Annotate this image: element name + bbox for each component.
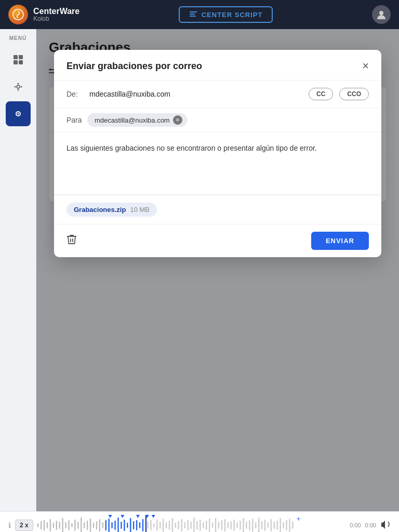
svg-rect-97 xyxy=(270,519,271,531)
remove-recipient-button[interactable]: × xyxy=(173,115,182,125)
svg-marker-106 xyxy=(121,515,124,518)
svg-rect-89 xyxy=(246,522,247,529)
svg-rect-73 xyxy=(196,521,197,529)
svg-rect-61 xyxy=(159,522,161,529)
svg-rect-86 xyxy=(236,523,237,528)
to-label: Para xyxy=(66,116,83,124)
waveform: + xyxy=(37,515,345,532)
svg-rect-44 xyxy=(108,518,109,532)
svg-rect-100 xyxy=(280,518,281,532)
modal-title: Enviar grabaciones por correo xyxy=(66,61,202,72)
svg-rect-29 xyxy=(62,518,63,532)
svg-rect-84 xyxy=(230,521,231,529)
sidebar-item-dashboard[interactable] xyxy=(6,47,31,72)
user-avatar[interactable] xyxy=(372,5,391,24)
logo-icon xyxy=(8,5,28,24)
sidebar: MENÚ xyxy=(0,29,36,511)
modal-header: Enviar grabaciones por correo × xyxy=(54,50,381,81)
logo-text: CenterWare Kolob xyxy=(33,7,79,23)
logo: CenterWare Kolob xyxy=(8,5,79,24)
svg-rect-68 xyxy=(181,519,182,531)
svg-rect-33 xyxy=(74,520,75,531)
modal-message[interactable]: Las siguientes grabaciones no se encontr… xyxy=(54,132,381,195)
svg-rect-98 xyxy=(273,522,274,529)
time-end: 0:00 xyxy=(365,522,376,528)
svg-rect-52 xyxy=(133,521,134,529)
svg-rect-28 xyxy=(59,522,60,529)
svg-rect-102 xyxy=(286,520,287,530)
logo-sub: Kolob xyxy=(33,16,79,22)
svg-rect-67 xyxy=(178,521,179,529)
svg-rect-1 xyxy=(190,11,197,12)
svg-rect-6 xyxy=(19,55,23,59)
attachment-name: Grabaciones.zip xyxy=(74,206,126,214)
svg-rect-35 xyxy=(81,517,82,532)
svg-rect-94 xyxy=(261,521,262,529)
svg-rect-26 xyxy=(52,523,54,528)
svg-rect-36 xyxy=(84,522,85,528)
player-speed[interactable]: 2 x xyxy=(15,520,33,531)
svg-rect-5 xyxy=(14,55,18,59)
waveform-row: ℹ 2 x xyxy=(8,515,391,532)
svg-marker-109 xyxy=(151,515,155,518)
svg-rect-59 xyxy=(153,523,154,527)
svg-rect-66 xyxy=(175,523,176,528)
svg-point-11 xyxy=(17,89,19,91)
svg-text:+: + xyxy=(296,515,301,523)
close-button[interactable]: × xyxy=(362,60,369,72)
svg-rect-63 xyxy=(166,522,167,528)
time-start: 0:00 xyxy=(350,522,361,528)
svg-rect-96 xyxy=(267,523,268,528)
svg-rect-47 xyxy=(117,517,118,532)
svg-rect-103 xyxy=(289,518,290,532)
top-navigation: CenterWare Kolob CENTER SCRIPT xyxy=(0,0,399,29)
svg-rect-42 xyxy=(102,522,103,528)
recipient-email: mdecastilla@nuxiba.com xyxy=(95,116,170,124)
sidebar-item-recordings[interactable] xyxy=(6,101,31,126)
cco-button[interactable]: CCO xyxy=(339,88,369,100)
svg-rect-40 xyxy=(96,521,97,529)
svg-rect-71 xyxy=(190,522,191,529)
send-email-modal: Enviar grabaciones por correo × De: mdec… xyxy=(54,50,381,257)
svg-rect-49 xyxy=(124,520,125,531)
svg-point-13 xyxy=(20,86,22,88)
center-script-button[interactable]: CENTER SCRIPT xyxy=(179,6,273,23)
send-button[interactable]: ENVIAR xyxy=(311,232,369,250)
svg-marker-107 xyxy=(136,515,140,518)
svg-rect-27 xyxy=(56,521,57,530)
svg-point-9 xyxy=(17,85,20,88)
svg-rect-87 xyxy=(240,521,241,530)
svg-rect-85 xyxy=(233,520,234,531)
svg-marker-105 xyxy=(108,515,112,518)
cc-button[interactable]: CC xyxy=(309,88,333,100)
logo-name: CenterWare xyxy=(33,7,79,16)
main-layout: MENÚ Grabaciones Filtros 25 DE AGTO. TIP… xyxy=(0,29,399,511)
svg-rect-82 xyxy=(224,519,225,531)
svg-rect-69 xyxy=(184,522,185,528)
svg-rect-55 xyxy=(142,519,143,531)
svg-rect-62 xyxy=(163,518,164,532)
svg-rect-50 xyxy=(127,523,128,528)
attachment-size: 10 MB xyxy=(130,206,150,214)
svg-rect-104 xyxy=(292,522,293,529)
svg-rect-75 xyxy=(203,522,204,528)
svg-rect-64 xyxy=(169,521,170,530)
sidebar-item-settings[interactable] xyxy=(6,74,31,99)
svg-rect-23 xyxy=(44,520,45,530)
recipient-chip: mdecastilla@nuxiba.com × xyxy=(87,113,188,127)
main-content: Grabaciones Filtros 25 DE AGTO. TIPO CAM… xyxy=(36,29,399,511)
svg-rect-2 xyxy=(190,14,195,15)
svg-rect-77 xyxy=(209,518,210,532)
volume-icon[interactable] xyxy=(380,520,391,531)
audio-player: ℹ 2 x xyxy=(0,511,399,532)
delete-button[interactable] xyxy=(66,234,77,248)
svg-rect-45 xyxy=(111,522,112,528)
svg-point-4 xyxy=(379,11,383,15)
svg-rect-88 xyxy=(243,518,244,532)
modal-footer: ENVIAR xyxy=(54,224,381,257)
svg-point-16 xyxy=(17,113,19,115)
from-row: De: mdecastilla@nuxiba.com CC CCO xyxy=(54,81,381,108)
svg-rect-37 xyxy=(87,521,88,530)
svg-rect-92 xyxy=(255,522,256,528)
svg-rect-31 xyxy=(68,520,69,530)
